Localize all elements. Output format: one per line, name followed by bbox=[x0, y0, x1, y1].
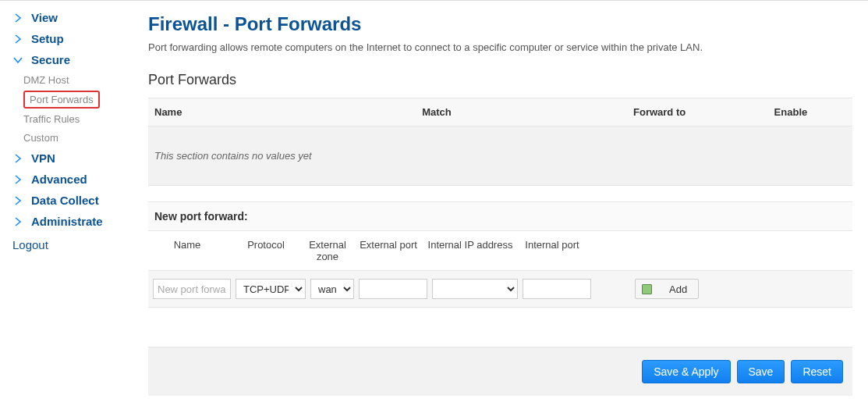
nav-label: Secure bbox=[31, 53, 70, 66]
nav-sub-label: Traffic Rules bbox=[23, 113, 80, 125]
section-title-port-forwards: Port Forwards bbox=[148, 72, 852, 88]
nav-sub-label: Custom bbox=[23, 132, 58, 144]
add-button-label: Add bbox=[669, 283, 687, 295]
nav-item-secure[interactable]: Secure bbox=[12, 49, 140, 70]
header-name: Name bbox=[148, 239, 226, 262]
chevron-right-icon bbox=[12, 174, 23, 185]
save-apply-button[interactable]: Save & Apply bbox=[642, 360, 730, 383]
nav-item-view[interactable]: View bbox=[12, 7, 140, 28]
chevron-right-icon bbox=[12, 34, 23, 45]
nav-label: Advanced bbox=[31, 173, 87, 186]
header-external-port: External port bbox=[354, 239, 423, 262]
nav-item-vpn[interactable]: VPN bbox=[12, 148, 140, 169]
nav-label: Administrate bbox=[31, 215, 103, 228]
new-form-row: TCP+UDP wan bbox=[148, 270, 852, 308]
port-forwards-table: Name Match Forward to Enable This sectio… bbox=[148, 98, 852, 186]
page-description: Port forwarding allows remote computers … bbox=[148, 41, 852, 53]
nav-sub-port-forwards[interactable]: Port Forwards bbox=[23, 91, 100, 109]
footer-actions: Save & Apply Save Reset bbox=[148, 347, 852, 396]
header-internal-port: Internal port bbox=[518, 239, 586, 262]
add-icon bbox=[642, 284, 652, 294]
save-button[interactable]: Save bbox=[737, 360, 785, 383]
nav-label: VPN bbox=[31, 151, 55, 165]
header-internal-ip: Internal IP address bbox=[427, 239, 513, 262]
chevron-down-icon bbox=[12, 55, 23, 66]
nav-sub-custom[interactable]: Custom bbox=[23, 129, 140, 147]
empty-message: This section contains no values yet bbox=[148, 126, 852, 186]
nav-sub-label: DMZ Host bbox=[23, 74, 69, 86]
nav-label: Setup bbox=[31, 32, 64, 45]
add-button[interactable]: Add bbox=[635, 279, 699, 299]
logout-link[interactable]: Logout bbox=[12, 232, 140, 258]
internal-port-input[interactable] bbox=[523, 279, 591, 299]
protocol-select[interactable]: TCP+UDP bbox=[236, 279, 306, 299]
nav-label: View bbox=[31, 11, 58, 24]
table-empty-row: This section contains no values yet bbox=[148, 126, 852, 186]
internal-ip-select[interactable] bbox=[432, 279, 518, 299]
page-title: Firewall - Port Forwards bbox=[148, 13, 852, 35]
nav-sub-label: Port Forwards bbox=[30, 94, 94, 105]
nav-item-administrate[interactable]: Administrate bbox=[12, 211, 140, 232]
nav-item-setup[interactable]: Setup bbox=[12, 28, 140, 49]
sidebar: View Setup Secure DMZ Host Port Forwards… bbox=[0, 1, 140, 399]
nav-label: Data Collect bbox=[31, 194, 99, 207]
chevron-right-icon bbox=[12, 12, 23, 23]
new-port-forward-title: New port forward: bbox=[148, 201, 852, 231]
col-header-enable: Enable bbox=[768, 98, 852, 126]
name-input[interactable] bbox=[153, 279, 231, 299]
reset-button[interactable]: Reset bbox=[791, 360, 843, 383]
main-content: Firewall - Port Forwards Port forwarding… bbox=[140, 1, 868, 399]
col-header-forward-to: Forward to bbox=[627, 98, 768, 126]
chevron-right-icon bbox=[12, 195, 23, 206]
external-port-input[interactable] bbox=[359, 279, 427, 299]
nav-item-advanced[interactable]: Advanced bbox=[12, 169, 140, 190]
header-external-zone: External zone bbox=[306, 239, 349, 262]
header-protocol: Protocol bbox=[231, 239, 301, 262]
table-header-row: Name Match Forward to Enable bbox=[148, 98, 852, 126]
nav-subitems-secure: DMZ Host Port Forwards Traffic Rules Cus… bbox=[12, 71, 140, 147]
nav-sub-traffic-rules[interactable]: Traffic Rules bbox=[23, 110, 140, 128]
nav-item-data-collect[interactable]: Data Collect bbox=[12, 190, 140, 211]
external-zone-select[interactable]: wan bbox=[310, 279, 354, 299]
col-header-match: Match bbox=[416, 98, 627, 126]
new-form-header: Name Protocol External zone External por… bbox=[148, 231, 852, 270]
col-header-name: Name bbox=[148, 98, 416, 126]
chevron-right-icon bbox=[12, 216, 23, 227]
chevron-right-icon bbox=[12, 153, 23, 164]
nav-sub-dmz-host[interactable]: DMZ Host bbox=[23, 71, 140, 89]
